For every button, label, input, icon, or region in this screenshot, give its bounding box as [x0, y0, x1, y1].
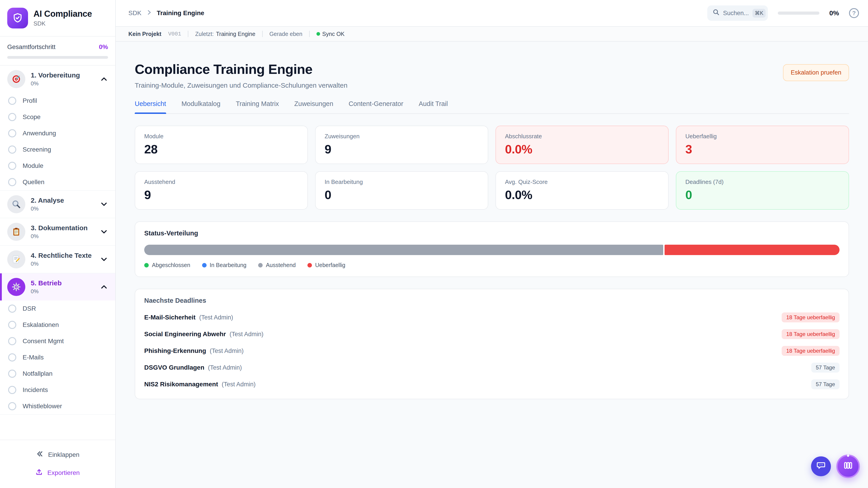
- stat-card-abschlussrate: Abschlussrate0.0%: [495, 126, 669, 164]
- version-tag: V001: [168, 31, 181, 37]
- section-label: 5. Betrieb: [31, 279, 94, 287]
- chat-bubble-icon: [816, 460, 826, 472]
- chevron-down-icon: [100, 200, 108, 208]
- chevron-down-icon: [100, 228, 108, 236]
- chevron-right-icon: [146, 9, 152, 18]
- chevron-down-icon: [100, 255, 108, 263]
- chevron-up-icon: [100, 283, 108, 291]
- section-percent: 0%: [31, 80, 94, 87]
- memo-pencil-icon: [7, 250, 25, 268]
- page-subtitle: Training-Module, Zuweisungen und Complia…: [135, 82, 347, 89]
- due-badge: 18 Tage ueberfaellig: [782, 313, 839, 322]
- sidebar-item-consent-mgmt[interactable]: Consent Mgmt: [0, 333, 115, 349]
- panels-button[interactable]: [836, 455, 860, 478]
- tab-uebersicht[interactable]: Uebersicht: [135, 100, 166, 113]
- sidebar-item-profil[interactable]: Profil: [0, 93, 115, 109]
- sidebar-item-incidents[interactable]: Incidents: [0, 382, 115, 398]
- sidebar-item-whistleblower[interactable]: Whistleblower: [0, 398, 115, 414]
- radio-circle-icon: [8, 178, 16, 186]
- keyboard-shortcut-badge: ⌘K: [752, 9, 766, 18]
- tab-training-matrix[interactable]: Training Matrix: [236, 100, 279, 113]
- upload-icon: [35, 468, 43, 477]
- overall-progress: Gesamtfortschritt 0%: [0, 37, 115, 66]
- sidebar-item-e-mails[interactable]: E-Mails: [0, 349, 115, 365]
- radio-circle-icon: [8, 386, 16, 394]
- stat-card-zuweisungen: Zuweisungen9: [315, 126, 488, 164]
- tab-bar: Uebersicht Modulkatalog Training Matrix …: [135, 100, 849, 114]
- export-button[interactable]: Exportieren: [0, 464, 115, 482]
- double-chevron-left-icon: [36, 450, 43, 459]
- sidebar-item-screening[interactable]: Screening: [0, 141, 115, 158]
- breadcrumb: SDK Training Engine: [128, 9, 204, 18]
- due-badge: 18 Tage ueberfaellig: [782, 329, 839, 339]
- sidebar-item-module[interactable]: Module: [0, 158, 115, 174]
- section-percent: 0%: [31, 261, 94, 267]
- sidebar-item-scope[interactable]: Scope: [0, 109, 115, 125]
- radio-circle-icon: [8, 353, 16, 361]
- due-badge: 57 Tage: [811, 379, 839, 389]
- sync-status: Sync OK: [322, 31, 345, 37]
- chat-button[interactable]: [811, 456, 831, 476]
- radio-circle-icon: [8, 337, 16, 345]
- sidebar-section-betrieb[interactable]: 5. Betrieb 0%: [0, 273, 115, 300]
- segment-ausstehend: [144, 245, 663, 255]
- floating-buttons: [811, 455, 860, 478]
- deadline-row: E-Mail-Sicherheit (Test Admin) 18 Tage u…: [144, 311, 839, 324]
- sidebar-item-anwendung[interactable]: Anwendung: [0, 125, 115, 141]
- sidebar-item-eskalationen[interactable]: Eskalationen: [0, 317, 115, 333]
- sidebar-item-dsr[interactable]: DSR: [0, 300, 115, 317]
- deadline-row: Phishing-Erkennung (Test Admin) 18 Tage …: [144, 345, 839, 357]
- sidebar: AI Compliance SDK Gesamtfortschritt 0% 1…: [0, 0, 116, 488]
- status-legend: Abgeschlossen In Bearbeitung Ausstehend …: [144, 262, 839, 268]
- divider: [262, 31, 263, 37]
- radio-circle-icon: [8, 402, 16, 410]
- radio-circle-icon: [8, 97, 16, 105]
- stat-card-in-bearbeitung: In Bearbeitung0: [315, 171, 488, 210]
- tab-content-generator[interactable]: Content-Generator: [348, 100, 403, 113]
- sidebar-item-quellen[interactable]: Quellen: [0, 174, 115, 190]
- overall-progress-bar: [7, 56, 108, 59]
- radio-circle-icon: [8, 304, 16, 313]
- radio-circle-icon: [8, 129, 16, 137]
- project-name: Kein Projekt: [128, 31, 161, 37]
- legend-dot-in-bearbeitung: [202, 263, 207, 267]
- sidebar-section-analyse[interactable]: 2. Analyse 0%: [0, 191, 115, 218]
- topbar: SDK Training Engine Suchen... ⌘K 0% ?: [116, 0, 868, 27]
- header-progress-value: 0%: [829, 9, 839, 17]
- breadcrumb-root[interactable]: SDK: [128, 9, 142, 17]
- divider: [188, 31, 188, 37]
- search-input[interactable]: Suchen... ⌘K: [707, 5, 768, 21]
- tab-modulkatalog[interactable]: Modulkatalog: [182, 100, 221, 113]
- check-escalation-button[interactable]: Eskalation pruefen: [783, 64, 849, 81]
- page-content: Compliance Training Engine Training-Modu…: [116, 41, 868, 488]
- legend-dot-abgeschlossen: [144, 263, 149, 267]
- gear-icon: [7, 278, 25, 296]
- tab-audit-trail[interactable]: Audit Trail: [418, 100, 448, 113]
- stat-card-avg-quiz-score: Avg. Quiz-Score0.0%: [495, 171, 669, 210]
- tab-zuweisungen[interactable]: Zuweisungen: [294, 100, 333, 113]
- collapse-sidebar-button[interactable]: Einklappen: [0, 446, 115, 464]
- section-percent: 0%: [31, 288, 94, 295]
- segment-ueberfaellig: [664, 245, 839, 255]
- sync-status-dot: [316, 32, 320, 36]
- sidebar-item-notfallplan[interactable]: Notfallplan: [0, 365, 115, 382]
- stat-card-deadlines-7d: Deadlines (7d)0: [676, 171, 849, 210]
- sidebar-section-vorbereitung[interactable]: 1. Vorbereitung 0%: [0, 66, 115, 93]
- search-icon: [713, 9, 719, 18]
- sidebar-section-dokumentation[interactable]: 3. Dokumentation 0%: [0, 218, 115, 246]
- help-icon[interactable]: ?: [849, 8, 859, 18]
- legend-dot-ausstehend: [258, 263, 263, 267]
- project-status-bar: Kein Projekt V001 Zuletzt:Training Engin…: [116, 27, 868, 41]
- overall-progress-label: Gesamtfortschritt: [7, 43, 55, 51]
- section-label: 1. Vorbereitung: [31, 71, 94, 79]
- main-column: SDK Training Engine Suchen... ⌘K 0% ? Ke…: [116, 0, 868, 488]
- due-badge: 57 Tage: [811, 363, 839, 372]
- radio-circle-icon: [8, 162, 16, 170]
- sidebar-footer: Einklappen Exportieren: [0, 440, 115, 488]
- sidebar-section-rechtliche-texte[interactable]: 4. Rechtliche Texte 0%: [0, 246, 115, 273]
- section-label: 3. Dokumentation: [31, 224, 94, 232]
- overall-progress-value: 0%: [99, 43, 108, 51]
- status-distribution-title: Status-Verteilung: [144, 230, 839, 237]
- header-progress-bar: [778, 11, 819, 15]
- section-percent: 0%: [31, 233, 94, 239]
